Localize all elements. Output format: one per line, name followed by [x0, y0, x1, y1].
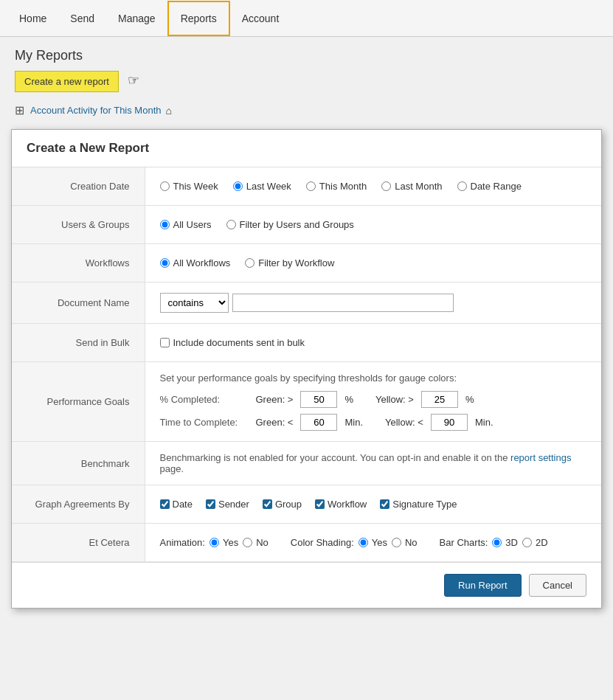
animation-no[interactable]: No: [243, 537, 269, 548]
page-background: My Reports Create a new report ☞ ⊞ Accou…: [0, 37, 613, 700]
bar-charts-3d[interactable]: 3D: [492, 537, 518, 548]
plus-icon: ⊞: [15, 103, 24, 117]
bar-charts-3d-input[interactable]: [492, 538, 502, 547]
radio-last-month-input[interactable]: [381, 181, 391, 191]
et-cetera-content: Animation: Yes No Color Shading:: [145, 524, 601, 562]
send-in-bulk-text: Include documents sent in bulk: [173, 337, 305, 348]
radio-this-month[interactable]: This Month: [306, 181, 367, 192]
creation-date-label: Creation Date: [12, 167, 145, 206]
radio-date-range-input[interactable]: [457, 181, 467, 191]
animation-yes[interactable]: Yes: [209, 537, 238, 548]
time-yellow-input[interactable]: [431, 414, 468, 431]
bar-charts-label: Bar Charts:: [440, 537, 488, 548]
radio-this-month-input[interactable]: [306, 181, 316, 191]
radio-all-workflows-input[interactable]: [160, 258, 170, 268]
workflows-content: All Workflows Filter by Workflow: [145, 244, 601, 283]
radio-date-range[interactable]: Date Range: [457, 181, 522, 192]
time-yellow-unit: Min.: [475, 417, 493, 428]
et-cetera-row: Et Cetera Animation: Yes No: [12, 524, 601, 562]
radio-all-users-label: All Users: [173, 219, 212, 230]
page-title: My Reports: [15, 48, 598, 63]
graph-group-checkbox[interactable]: [263, 499, 272, 509]
modal-footer: Run Report Cancel: [12, 562, 601, 608]
time-green-input[interactable]: [300, 414, 337, 431]
radio-filter-users[interactable]: Filter by Users and Groups: [226, 219, 354, 230]
graph-date-checkbox[interactable]: [160, 499, 170, 509]
graph-signature-type[interactable]: Signature Type: [380, 499, 457, 510]
cursor-icon: ☞: [128, 72, 139, 89]
graph-group[interactable]: Group: [263, 499, 302, 510]
animation-yes-input[interactable]: [209, 538, 219, 547]
completed-green-unit: %: [344, 394, 353, 405]
animation-yes-label: Yes: [223, 537, 238, 548]
nav-home[interactable]: Home: [7, 2, 58, 35]
graph-date[interactable]: Date: [160, 499, 193, 510]
cancel-button[interactable]: Cancel: [529, 574, 586, 597]
animation-no-input[interactable]: [243, 538, 252, 547]
bar-charts-2d[interactable]: 2D: [522, 537, 548, 548]
radio-all-workflows[interactable]: All Workflows: [160, 257, 231, 268]
radio-all-users[interactable]: All Users: [160, 219, 212, 230]
form-table: Creation Date This Week Last Week: [12, 167, 601, 562]
graph-workflow-checkbox[interactable]: [315, 499, 325, 509]
radio-filter-workflow-input[interactable]: [245, 258, 254, 268]
radio-filter-users-input[interactable]: [226, 220, 236, 229]
completed-green-input[interactable]: [300, 391, 337, 408]
nav-manage[interactable]: Manage: [106, 2, 167, 35]
create-report-modal: Create a New Report Creation Date This W…: [11, 129, 602, 609]
radio-date-range-label: Date Range: [471, 181, 522, 192]
bar-charts-3d-label: 3D: [505, 537, 518, 548]
et-cetera-options: Animation: Yes No Color Shading:: [160, 537, 587, 548]
radio-last-week-input[interactable]: [233, 181, 243, 191]
report-link[interactable]: Account Activity for This Month: [30, 105, 162, 116]
performance-goals-label: Performance Goals: [12, 362, 145, 442]
nav-account[interactable]: Account: [230, 2, 291, 35]
nav-send[interactable]: Send: [58, 2, 106, 35]
animation-label: Animation:: [160, 537, 205, 548]
run-report-button[interactable]: Run Report: [444, 574, 521, 597]
send-in-bulk-label: Send in Bulk: [12, 324, 145, 362]
report-link-row: ⊞ Account Activity for This Month ⌂: [15, 103, 598, 117]
send-in-bulk-checkbox[interactable]: [160, 338, 170, 347]
nav-reports[interactable]: Reports: [167, 1, 230, 36]
completed-yellow-input[interactable]: [421, 391, 458, 408]
radio-this-week[interactable]: This Week: [160, 181, 218, 192]
bar-charts-2d-input[interactable]: [522, 538, 532, 547]
color-shading-label: Color Shading:: [291, 537, 354, 548]
graph-sender-label: Sender: [218, 499, 249, 510]
color-shading-yes[interactable]: Yes: [359, 537, 387, 548]
color-shading-yes-input[interactable]: [359, 538, 368, 547]
send-in-bulk-row: Send in Bulk Include documents sent in b…: [12, 324, 601, 362]
creation-date-content: This Week Last Week This Month Last: [145, 167, 601, 206]
benchmark-text2: page.: [160, 463, 184, 474]
graph-signature-type-checkbox[interactable]: [380, 499, 389, 509]
radio-filter-users-label: Filter by Users and Groups: [240, 219, 354, 230]
document-name-inputs: contains starts with ends with equals: [160, 293, 587, 313]
animation-no-label: No: [256, 537, 269, 548]
graph-sender[interactable]: Sender: [206, 499, 249, 510]
radio-this-week-input[interactable]: [160, 181, 170, 191]
color-shading-no-input[interactable]: [392, 538, 401, 547]
graph-signature-type-label: Signature Type: [392, 499, 457, 510]
top-nav: Home Send Manage Reports Account: [0, 0, 613, 37]
radio-last-month[interactable]: Last Month: [381, 181, 442, 192]
color-shading-no[interactable]: No: [392, 537, 418, 548]
radio-all-users-input[interactable]: [160, 220, 170, 229]
report-settings-link[interactable]: report settings: [510, 452, 571, 463]
radio-last-week[interactable]: Last Week: [233, 181, 291, 192]
document-name-input[interactable]: [232, 294, 454, 312]
radio-last-week-label: Last Week: [246, 181, 291, 192]
graph-sender-checkbox[interactable]: [206, 499, 215, 509]
color-shading-yes-label: Yes: [372, 537, 387, 548]
radio-filter-workflow[interactable]: Filter by Workflow: [245, 257, 334, 268]
send-in-bulk-checkbox-label[interactable]: Include documents sent in bulk: [160, 337, 587, 348]
create-new-report-button[interactable]: Create a new report: [15, 71, 119, 92]
color-shading-group: Color Shading: Yes No: [291, 537, 418, 548]
home-icon: ⌂: [166, 105, 172, 117]
document-name-select[interactable]: contains starts with ends with equals: [160, 293, 229, 313]
radio-filter-workflow-label: Filter by Workflow: [258, 257, 334, 268]
creation-date-row: Creation Date This Week Last Week: [12, 167, 601, 206]
graph-workflow[interactable]: Workflow: [315, 499, 367, 510]
benchmark-text1: Benchmarking is not enabled for your acc…: [160, 452, 511, 463]
et-cetera-label: Et Cetera: [12, 524, 145, 562]
